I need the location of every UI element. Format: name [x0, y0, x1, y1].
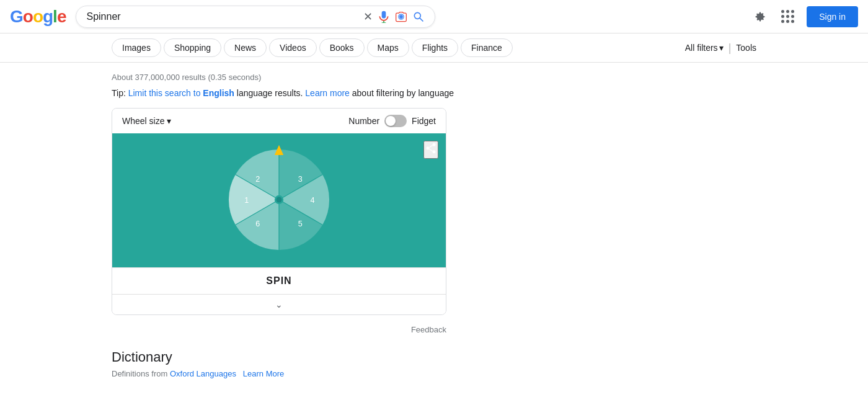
microphone-icon [378, 11, 390, 23]
tip-text: Tip: Limit this search to English langua… [112, 88, 756, 98]
logo-g: G [10, 7, 23, 26]
main-content: About 377,000,000 results (0.35 seconds)… [0, 63, 868, 388]
expand-button[interactable]: ⌄ [112, 294, 446, 314]
wheel-size-chevron-icon: ▾ [167, 116, 171, 126]
logo-o1: o [23, 7, 33, 26]
oxford-languages-label: Oxford Languages [170, 369, 236, 378]
spin-button[interactable]: SPIN [266, 275, 291, 287]
svg-point-8 [433, 150, 436, 153]
dictionary-source: Definitions from Oxford Languages Learn … [112, 369, 446, 378]
search-icon [412, 11, 425, 23]
search-button[interactable] [412, 11, 425, 23]
microphone-button[interactable] [378, 11, 390, 23]
svg-point-2 [400, 15, 404, 19]
header: Google ✕ [0, 0, 868, 33]
nav-right: All filters ▾ | Tools [685, 42, 756, 55]
limit-search-label: Limit this search to [128, 88, 201, 98]
search-bar: ✕ [76, 6, 435, 28]
results-count: About 377,000,000 results (0.35 seconds) [112, 73, 756, 82]
svg-point-7 [427, 147, 430, 150]
wheel-size-label: Wheel size [122, 116, 164, 126]
chevron-down-icon: ▾ [719, 43, 724, 53]
all-filters-button[interactable]: All filters ▾ [685, 43, 724, 53]
svg-text:3: 3 [298, 175, 303, 184]
tools-button[interactable]: Tools [736, 43, 756, 53]
all-filters-label: All filters [685, 43, 718, 53]
spin-button-area[interactable]: SPIN [112, 267, 446, 294]
nav-divider: | [728, 42, 732, 55]
limit-search-link[interactable]: Limit this search to English [128, 88, 237, 98]
svg-text:4: 4 [310, 195, 314, 204]
learn-more-dict-label: Learn More [243, 369, 284, 378]
svg-point-18 [277, 197, 282, 202]
apps-button[interactable] [776, 5, 799, 28]
mode-toggle[interactable] [384, 115, 407, 127]
nav-item-shopping[interactable]: Shopping [164, 38, 221, 57]
learn-more-button[interactable]: Learn More [243, 369, 284, 378]
spinner-controls: Wheel size ▾ Number Fidget [112, 109, 446, 133]
nav-item-books[interactable]: Books [319, 38, 365, 57]
logo-l: l [53, 7, 57, 26]
learn-more-link[interactable]: Learn more [305, 88, 352, 98]
dictionary-section: Dictionary Definitions from Oxford Langu… [112, 349, 446, 378]
svg-line-10 [429, 149, 432, 151]
svg-line-5 [420, 18, 423, 21]
camera-button[interactable] [395, 11, 407, 23]
nav-item-videos[interactable]: Videos [269, 38, 317, 57]
spinner-canvas[interactable]: 3 4 5 6 1 2 [112, 133, 446, 267]
settings-button[interactable] [751, 8, 769, 25]
feedback-row: Feedback [112, 325, 446, 334]
svg-line-9 [429, 145, 432, 148]
tip-middle: language results. [237, 88, 303, 98]
spinner-wheel[interactable]: 3 4 5 6 1 2 [223, 144, 335, 257]
feedback-link[interactable]: Feedback [411, 325, 446, 334]
nav-item-flights[interactable]: Flights [412, 38, 458, 57]
search-input[interactable] [86, 11, 358, 22]
header-right: Sign in [751, 5, 858, 28]
nav-item-news[interactable]: News [224, 38, 267, 57]
share-button[interactable] [423, 141, 438, 159]
learn-more-label: Learn more [305, 88, 350, 98]
google-logo[interactable]: Google [10, 7, 66, 27]
oxford-languages-link[interactable]: Oxford Languages [170, 369, 239, 378]
logo-g2: g [43, 7, 53, 26]
svg-text:2: 2 [255, 175, 260, 184]
expand-icon: ⌄ [275, 300, 283, 309]
clear-button[interactable]: ✕ [363, 10, 373, 24]
search-nav: Images Shopping News Videos Books Maps F… [0, 33, 868, 63]
sign-in-button[interactable]: Sign in [807, 6, 858, 27]
english-label: English [203, 88, 234, 98]
camera-icon [395, 11, 407, 23]
spinner-controls-right: Number Fidget [348, 115, 436, 127]
dictionary-title: Dictionary [112, 349, 446, 365]
svg-text:5: 5 [298, 220, 303, 228]
share-icon [425, 142, 437, 154]
tip-prefix: Tip: [112, 88, 128, 98]
svg-text:1: 1 [244, 195, 249, 204]
spinner-widget: Wheel size ▾ Number Fidget [112, 108, 446, 315]
nav-item-images[interactable]: Images [112, 38, 161, 57]
svg-point-6 [433, 143, 436, 146]
svg-point-4 [415, 12, 421, 19]
fidget-label: Fidget [412, 116, 436, 126]
wheel-svg: 3 4 5 6 1 2 [223, 144, 335, 256]
tip-suffix: about filtering by language [352, 88, 454, 98]
apps-icon [779, 7, 797, 25]
wheel-size-button[interactable]: Wheel size ▾ [122, 116, 171, 126]
nav-item-finance[interactable]: Finance [461, 38, 513, 57]
nav-item-maps[interactable]: Maps [367, 38, 409, 57]
number-label: Number [348, 116, 379, 126]
definitions-from-label: Definitions from [112, 369, 167, 378]
settings-icon [754, 11, 766, 23]
clear-icon: ✕ [363, 10, 373, 24]
logo-e: e [57, 7, 66, 26]
logo-o2: o [33, 7, 43, 26]
svg-text:6: 6 [255, 220, 260, 228]
